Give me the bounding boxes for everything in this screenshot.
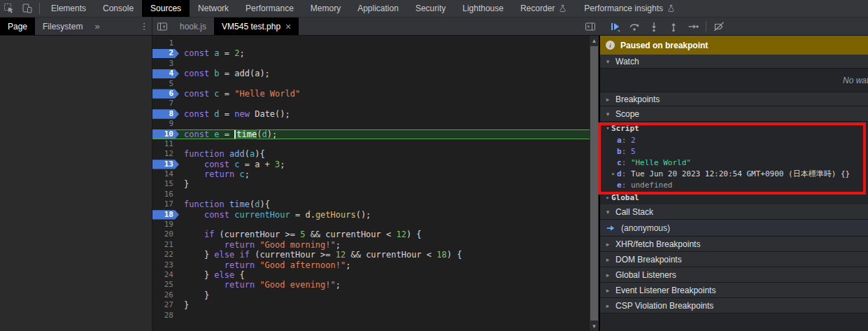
scroll-down-button[interactable]: ▼: [590, 321, 599, 331]
code-text[interactable]: }: [179, 300, 590, 310]
navigator-file-tree-panel[interactable]: [0, 36, 152, 331]
chevron-right-icon[interactable]: ▸: [604, 302, 611, 309]
tab-sources[interactable]: Sources: [142, 0, 190, 17]
code-text[interactable]: const c = "Helle World": [179, 89, 590, 99]
chevron-right-icon[interactable]: ▸: [604, 287, 611, 294]
editor-tab-vm545-test-php[interactable]: VM545 test.php×: [214, 17, 299, 35]
code-text[interactable]: [179, 79, 590, 89]
close-icon[interactable]: ×: [285, 22, 291, 31]
line-number[interactable]: 5: [152, 79, 179, 89]
event-listener-breakpoints-section-header[interactable]: ▸Event Listener Breakpoints: [600, 283, 868, 298]
tab-performance-insights[interactable]: Performance insights: [576, 0, 684, 17]
line-number[interactable]: 27: [152, 300, 179, 310]
breakpoint-marker[interactable]: 2: [152, 48, 179, 58]
tab-lighthouse[interactable]: Lighthouse: [454, 0, 512, 17]
chevron-down-icon[interactable]: ▾: [604, 125, 611, 132]
tab-memory[interactable]: Memory: [302, 0, 349, 17]
chevron-down-icon[interactable]: ▾: [604, 58, 611, 65]
code-text[interactable]: }: [179, 290, 590, 300]
call-stack-frame[interactable]: (anonymous): [600, 220, 868, 237]
chevron-down-icon[interactable]: ▾: [604, 209, 611, 216]
editor-scrollbar[interactable]: ▲ ▼: [590, 36, 599, 331]
code-text[interactable]: } else if (currentHour >= 12 && currentH…: [179, 250, 590, 260]
xhr-fetch-breakpoints-section-header[interactable]: ▸XHR/fetch Breakpoints: [600, 237, 868, 252]
step-into-next-function-call-icon[interactable]: [644, 17, 664, 35]
code-text[interactable]: [179, 119, 590, 129]
line-number[interactable]: 9: [152, 119, 179, 129]
code-text[interactable]: }: [179, 179, 590, 189]
code-text[interactable]: function add(a){: [179, 149, 590, 159]
code-text[interactable]: if (currentHour >= 5 && currentHour < 12…: [179, 230, 590, 239]
line-number[interactable]: 15: [152, 179, 179, 189]
code-text[interactable]: const a = 2;: [179, 48, 590, 58]
navigator-toggle-icon[interactable]: [152, 17, 172, 35]
line-number[interactable]: 3: [152, 59, 179, 69]
code-text[interactable]: const currentHour = d.getHours();: [179, 210, 590, 220]
watch-section-header[interactable]: ▾ Watch: [600, 55, 868, 69]
line-number[interactable]: 1: [152, 38, 179, 48]
line-number[interactable]: 16: [152, 190, 179, 199]
tab-performance[interactable]: Performance: [237, 0, 302, 17]
code-text[interactable]: const b = add(a);: [179, 69, 590, 78]
code-text[interactable]: return c;: [179, 169, 590, 179]
chevron-right-icon[interactable]: ▸: [604, 272, 611, 279]
breakpoints-section-header[interactable]: ▸ Breakpoints: [600, 92, 868, 106]
sidebar-tab-filesystem[interactable]: Filesystem: [35, 17, 90, 35]
code-text[interactable]: [179, 311, 590, 321]
code-text[interactable]: return "Good morning!";: [179, 240, 590, 250]
breakpoint-marker[interactable]: 13: [152, 160, 179, 169]
sidebar-tab-page[interactable]: Page: [0, 17, 35, 35]
line-number[interactable]: 26: [152, 290, 179, 300]
chevron-right-icon[interactable]: ▸: [604, 194, 611, 201]
breakpoint-marker[interactable]: 4: [152, 69, 179, 78]
chevron-down-icon[interactable]: ▾: [604, 111, 611, 118]
scope-script-node[interactable]: ▾Script: [600, 122, 868, 134]
chevron-right-icon[interactable]: ▸: [604, 241, 611, 248]
line-number[interactable]: 19: [152, 220, 179, 230]
step-out-of-current-function-icon[interactable]: [664, 17, 683, 35]
tab-network[interactable]: Network: [190, 0, 237, 17]
scrollbar-thumb[interactable]: [590, 46, 598, 321]
line-number[interactable]: 11: [152, 139, 179, 149]
chevron-right-icon[interactable]: ▸: [604, 96, 611, 103]
more-tabs-icon[interactable]: »: [90, 17, 102, 35]
code-text[interactable]: } else {: [179, 270, 590, 280]
line-number[interactable]: 17: [152, 199, 179, 209]
scope-variable-d[interactable]: ▸d: Tue Jun 20 2023 12:20:54 GMT+0900 (日…: [600, 168, 868, 179]
call-stack-section-header[interactable]: ▾ Call Stack: [600, 204, 868, 220]
code-text[interactable]: [179, 38, 590, 48]
code-text[interactable]: [179, 59, 590, 69]
tab-console[interactable]: Console: [94, 0, 142, 17]
step-icon[interactable]: [683, 17, 703, 35]
code-text[interactable]: return "Good afternoon!";: [179, 260, 590, 270]
device-toolbar-icon[interactable]: [18, 0, 36, 17]
step-over-next-function-call-icon[interactable]: [625, 17, 644, 35]
tab-elements[interactable]: Elements: [43, 0, 94, 17]
line-number[interactable]: 21: [152, 240, 179, 250]
breakpoint-marker[interactable]: 6: [152, 89, 179, 99]
code-text[interactable]: [179, 99, 590, 108]
breakpoint-marker[interactable]: 18: [152, 210, 179, 220]
line-number[interactable]: 14: [152, 169, 179, 179]
global-listeners-section-header[interactable]: ▸Global Listeners: [600, 267, 868, 283]
code-text[interactable]: const d = new Date();: [179, 109, 590, 119]
csp-violation-breakpoints-section-header[interactable]: ▸CSP Violation Breakpoints: [600, 298, 868, 314]
code-text[interactable]: [179, 220, 590, 230]
deactivate-breakpoints-icon[interactable]: [709, 17, 729, 35]
tab-recorder[interactable]: Recorder: [512, 0, 576, 17]
chevron-right-icon[interactable]: ▸: [604, 256, 611, 263]
code-text[interactable]: function time(d){: [179, 199, 590, 209]
line-number[interactable]: 22: [152, 250, 179, 260]
code-text[interactable]: const c = a + 3;: [179, 160, 590, 169]
chevron-right-icon[interactable]: ▸: [610, 170, 617, 177]
resume-script-execution-icon[interactable]: [605, 17, 625, 35]
sidebar-toggle-icon[interactable]: [581, 17, 600, 35]
line-number[interactable]: 25: [152, 280, 179, 290]
line-number[interactable]: 20: [152, 230, 179, 239]
tab-security[interactable]: Security: [407, 0, 454, 17]
kebab-menu-icon[interactable]: ⋮: [136, 17, 152, 35]
source-code-editor[interactable]: 12const a = 2;34const b = add(a);56const…: [152, 36, 590, 331]
line-number[interactable]: 7: [152, 99, 179, 108]
line-number[interactable]: 12: [152, 149, 179, 159]
breakpoint-marker[interactable]: 10: [152, 129, 179, 139]
